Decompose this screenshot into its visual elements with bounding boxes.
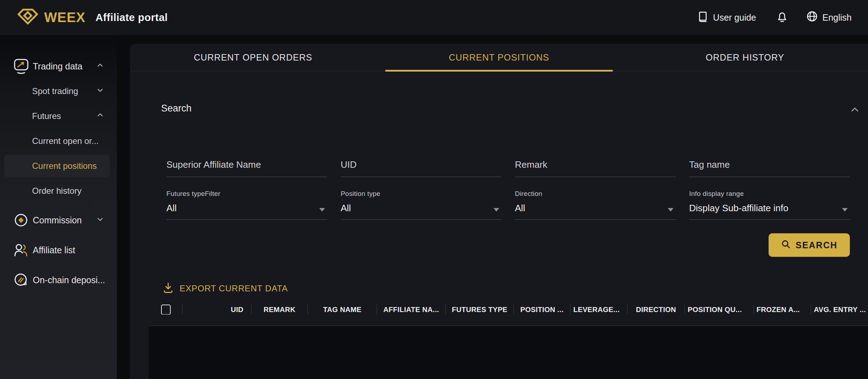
sidebar-item-label: Futures — [32, 111, 61, 121]
user-guide-link[interactable]: User guide — [697, 11, 756, 25]
search-section-title: Search — [161, 103, 192, 114]
sidebar-item-on-chain-deposit[interactable]: On-chain deposi... — [0, 269, 117, 291]
tab-current-open-orders[interactable]: CURRENT OPEN ORDERS — [130, 44, 376, 71]
export-label: EXPORT CURRENT DATA — [180, 284, 288, 294]
book-icon — [697, 11, 709, 25]
select-all-checkbox[interactable] — [161, 305, 171, 315]
select-label: Direction — [515, 190, 676, 198]
tab-label: ORDER HISTORY — [706, 52, 784, 63]
direction-select: Direction All — [515, 190, 676, 220]
search-fields-row — [166, 151, 850, 177]
select-label: Info display range — [689, 190, 850, 198]
chevron-down-icon — [96, 215, 104, 225]
select-label: Futures typeFilter — [166, 190, 327, 198]
search-selects-row: Futures typeFilter All Position type All… — [166, 190, 850, 220]
tab-label: CURRENT OPEN ORDERS — [194, 52, 312, 63]
field-superior-affiliate-name — [166, 151, 327, 177]
select-all-cell — [161, 305, 182, 315]
topbar: WEEX Affiliate portal User guide — [0, 0, 868, 35]
select-value: All — [341, 203, 351, 214]
column-header-frozen-amount: FROZEN A... — [753, 305, 811, 315]
remark-input[interactable] — [515, 151, 676, 177]
sidebar-item-label: Spot trading — [32, 86, 78, 96]
column-header-avg-entry: AVG. ENTRY ... — [811, 305, 868, 315]
collapse-search-button[interactable] — [849, 104, 860, 116]
on-chain-deposit-icon — [14, 272, 29, 288]
column-header-uid: UID — [182, 305, 251, 315]
tab-label: CURRENT POSITIONS — [449, 52, 549, 63]
sidebar-item-trading-data[interactable]: Trading data — [0, 55, 117, 78]
main-area: CURRENT OPEN ORDERS CURRENT POSITIONS OR… — [117, 35, 868, 379]
column-header-position-type: POSITION ... — [513, 305, 570, 315]
futures-type-dropdown[interactable]: All — [166, 198, 327, 220]
brand-name: WEEX — [44, 10, 86, 25]
superior-affiliate-name-input[interactable] — [166, 151, 327, 177]
search-button-label: SEARCH — [796, 240, 838, 250]
chevron-down-icon — [96, 86, 104, 96]
tab-bar: CURRENT OPEN ORDERS CURRENT POSITIONS OR… — [130, 44, 868, 71]
sidebar-item-order-history[interactable]: Order history — [0, 180, 117, 202]
column-header-leverage: LEVERAGE... — [570, 305, 627, 315]
sidebar-item-label: Affiliate list — [33, 245, 75, 255]
sidebar-item-futures[interactable]: Futures — [0, 105, 117, 128]
column-header-remark: REMARK — [251, 305, 308, 315]
column-header-affiliate-name: AFFILIATE NA... — [377, 305, 445, 315]
sidebar-item-label: Trading data — [33, 61, 82, 72]
select-value: Display Sub-affiliate info — [689, 203, 788, 214]
bell-icon — [776, 10, 788, 25]
chevron-up-icon — [96, 61, 104, 72]
select-value: All — [166, 203, 177, 214]
dropdown-arrow-icon — [494, 208, 499, 212]
field-uid — [341, 151, 501, 177]
dropdown-arrow-icon — [668, 208, 673, 212]
sidebar-item-label: Current open or... — [32, 136, 99, 146]
weex-logo-icon — [16, 8, 39, 27]
search-button[interactable]: SEARCH — [769, 233, 850, 257]
sidebar: Trading data Spot trading Futures Curren… — [0, 35, 117, 379]
export-current-data-button[interactable]: EXPORT CURRENT DATA — [162, 282, 288, 295]
dropdown-arrow-icon — [319, 208, 325, 212]
position-type-dropdown[interactable]: All — [341, 198, 501, 220]
tab-order-history[interactable]: ORDER HISTORY — [622, 44, 868, 71]
chevron-up-icon — [96, 111, 104, 121]
position-type-select: Position type All — [341, 190, 501, 220]
language-selector[interactable]: English — [806, 10, 852, 25]
brand: WEEX Affiliate portal — [16, 8, 168, 27]
uid-input[interactable] — [341, 151, 501, 177]
sidebar-item-commission[interactable]: Commission — [0, 209, 117, 232]
sidebar-item-label: On-chain deposi... — [33, 275, 105, 285]
sidebar-item-label: Commission — [33, 215, 82, 225]
sidebar-item-label: Order history — [32, 186, 82, 196]
field-tag-name — [689, 151, 850, 177]
table-header-row: UID REMARK TAG NAME AFFILIATE NA... FUTU… — [161, 301, 868, 318]
user-guide-label: User guide — [713, 12, 756, 23]
affiliate-list-icon — [14, 242, 29, 258]
sidebar-item-label: Current positions — [32, 161, 97, 171]
field-remark — [515, 151, 676, 177]
column-header-position-quantity: POSITION QU... — [684, 305, 753, 315]
info-display-range-dropdown[interactable]: Display Sub-affiliate info — [689, 198, 850, 220]
sidebar-item-current-open-orders[interactable]: Current open or... — [0, 130, 117, 152]
column-header-direction: DIRECTION — [627, 305, 684, 315]
trading-data-icon — [14, 58, 29, 74]
tab-current-positions[interactable]: CURRENT POSITIONS — [376, 44, 622, 71]
notifications-button[interactable] — [776, 10, 788, 25]
direction-dropdown[interactable]: All — [515, 198, 676, 220]
table-body-empty — [149, 326, 868, 379]
page-title: Affiliate portal — [95, 12, 168, 24]
content-panel: CURRENT OPEN ORDERS CURRENT POSITIONS OR… — [130, 44, 868, 379]
sidebar-item-spot-trading[interactable]: Spot trading — [0, 80, 117, 103]
sidebar-item-current-positions[interactable]: Current positions — [4, 155, 110, 177]
download-icon — [162, 282, 174, 295]
commission-icon — [14, 212, 29, 228]
column-header-futures-type: FUTURES TYPE — [445, 305, 513, 315]
search-icon — [781, 239, 791, 251]
select-value: All — [515, 203, 525, 214]
tag-name-input[interactable] — [689, 151, 850, 177]
select-label: Position type — [341, 190, 501, 198]
language-label: English — [822, 12, 852, 23]
sidebar-item-affiliate-list[interactable]: Affiliate list — [0, 239, 117, 261]
dropdown-arrow-icon — [842, 208, 848, 212]
globe-icon — [806, 10, 818, 25]
column-header-tag-name: TAG NAME — [308, 305, 377, 315]
